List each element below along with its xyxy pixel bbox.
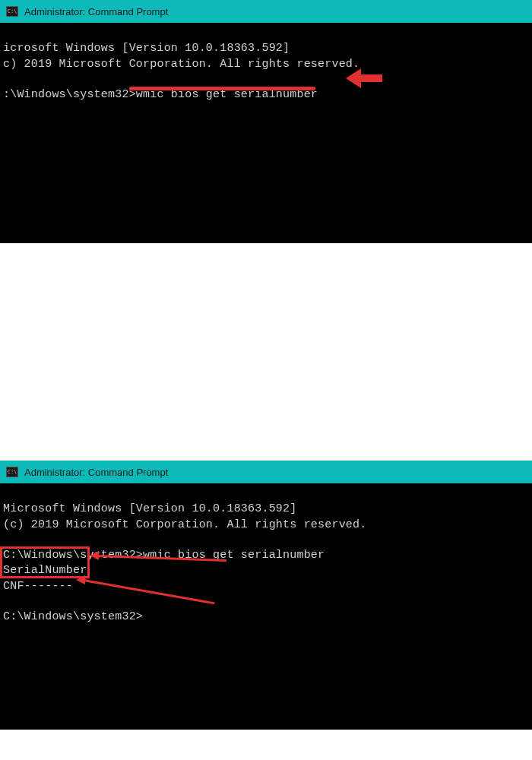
titlebar-1[interactable]: Administrator: Command Prompt: [0, 0, 532, 23]
copyright-line-2: (c) 2019 Microsoft Corporation. All righ…: [3, 518, 366, 531]
titlebar-2[interactable]: Administrator: Command Prompt: [0, 461, 532, 483]
prompt-path-2b: C:\Windows\system32>: [3, 610, 143, 623]
terminal-output-1[interactable]: icrosoft Windows [Version 10.0.18363.592…: [0, 23, 532, 122]
copyright-line-1: c) 2019 Microsoft Corporation. All right…: [3, 58, 359, 71]
window-title-2: Administrator: Command Prompt: [24, 467, 168, 478]
prompt-path-1: :\Windows\system32>: [3, 88, 136, 101]
underline-annotation: [129, 87, 315, 90]
output-serial-value: CNF-------: [3, 580, 73, 593]
cmd-icon: [6, 6, 18, 17]
cmd-icon: [6, 467, 18, 477]
command-prompt-window-2: Administrator: Command Prompt Microsoft …: [0, 461, 532, 730]
command-prompt-window-1: Administrator: Command Prompt icrosoft W…: [0, 0, 532, 243]
window-title-1: Administrator: Command Prompt: [24, 6, 168, 17]
version-line-1: icrosoft Windows [Version 10.0.18363.592…: [3, 42, 290, 55]
version-line-2: Microsoft Windows [Version 10.0.18363.59…: [3, 502, 296, 515]
command-input-2[interactable]: wmic bios get serialnumber: [143, 549, 325, 562]
box-annotation: [0, 546, 90, 578]
